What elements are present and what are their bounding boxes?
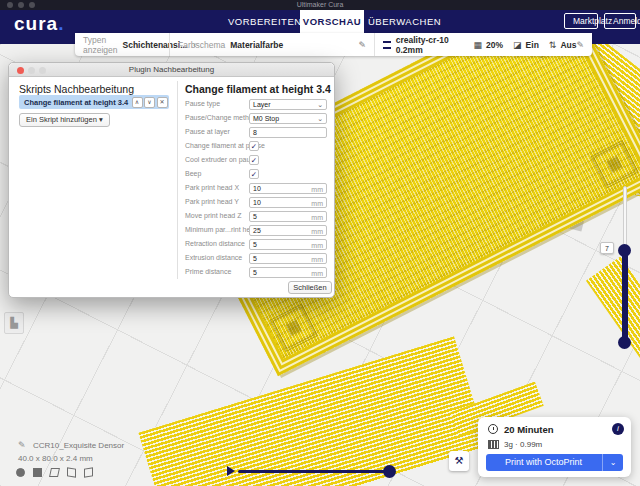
pause-type-select[interactable]: Layer⌄ bbox=[249, 99, 327, 110]
os-titlebar: Ultimaker Cura bbox=[0, 0, 640, 10]
unit-label: mm bbox=[311, 199, 323, 208]
tab-monitor[interactable]: ÜBERWACHEN bbox=[368, 10, 440, 33]
material-usage: 3g · 0.99m bbox=[504, 440, 542, 449]
layer-slider-range[interactable] bbox=[622, 250, 628, 342]
move-script-down-button[interactable]: ∨ bbox=[144, 97, 155, 108]
field-row: Cool extruder on pause ✓ bbox=[185, 155, 331, 166]
rename-model-pencil-icon[interactable]: ✎ bbox=[18, 440, 26, 450]
field-row: Change filament at pause ✓ bbox=[185, 141, 331, 152]
dialog-close-icon[interactable] bbox=[17, 67, 24, 74]
model-name: CCR10_Exquisite Densor bbox=[33, 441, 124, 450]
field-label: Pause type bbox=[185, 100, 220, 107]
simulation-slider-handle[interactable] bbox=[383, 465, 396, 478]
layer-slider-top-handle[interactable] bbox=[618, 244, 631, 257]
info-icon[interactable]: i bbox=[612, 423, 624, 435]
post-processing-dialog: Plugin Nachbearbeitung Skripts Nachbearb… bbox=[8, 62, 335, 298]
field-label: Retraction distance bbox=[185, 240, 245, 247]
pause-method-select[interactable]: M0 Stop⌄ bbox=[249, 113, 327, 124]
dialog-divider bbox=[177, 81, 178, 279]
edit-pencil-icon[interactable]: ✎ bbox=[358, 40, 366, 50]
close-dialog-button[interactable]: Schließen bbox=[288, 281, 332, 294]
move-head-z-input[interactable]: 5mm bbox=[249, 211, 327, 222]
add-script-caret-icon: ▾ bbox=[99, 115, 103, 124]
color-scheme-selector[interactable]: Farbschema Materialfarbe ✎ bbox=[169, 33, 374, 56]
unit-label: mm bbox=[311, 241, 323, 250]
park-head-x-input[interactable]: 10mm bbox=[249, 183, 327, 194]
tab-prepare[interactable]: VORBEREITEN bbox=[228, 10, 296, 33]
retraction-distance-input[interactable]: 5mm bbox=[249, 239, 327, 250]
simulation-play-icon[interactable] bbox=[227, 466, 235, 476]
field-row: Beep ✓ bbox=[185, 169, 331, 180]
print-button-chevron-icon[interactable]: ⌄ bbox=[602, 454, 623, 471]
prime-distance-input[interactable]: 5mm bbox=[249, 267, 327, 278]
field-label: Park print head Y bbox=[185, 198, 239, 205]
chevron-down-icon: ⌄ bbox=[317, 114, 323, 123]
view-right-icon[interactable] bbox=[84, 467, 93, 477]
script-item-label: Change filament at height 3.4 bbox=[19, 98, 132, 107]
layer-value-badge: 7 bbox=[600, 242, 614, 254]
field-label: Move print head Z bbox=[185, 212, 241, 219]
field-label: Extrusion distance bbox=[185, 254, 242, 261]
change-filament-checkbox[interactable]: ✓ bbox=[249, 141, 259, 151]
move-script-up-button[interactable]: ∧ bbox=[132, 97, 143, 108]
marketplace-button[interactable]: Marktplatz bbox=[564, 13, 598, 29]
dialog-titlebar[interactable]: Plugin Nachbearbeitung bbox=[9, 63, 334, 77]
view-3d-icon[interactable] bbox=[16, 468, 25, 477]
simulation-slider-track[interactable] bbox=[238, 470, 388, 473]
add-script-button[interactable]: Ein Skript hinzufügen ▾ bbox=[19, 113, 110, 127]
script-settings-heading: Change filament at height 3.4 bbox=[185, 83, 331, 95]
window-title: Ultimaker Cura bbox=[0, 0, 640, 10]
minimize-window-icon[interactable] bbox=[18, 2, 24, 8]
stage-menu-bar: Typen anzeigen Schichtenansi... ‹ Farbsc… bbox=[75, 33, 592, 56]
dialog-minimize-icon bbox=[28, 67, 35, 74]
minimum-park-head-z-input[interactable]: 25mm bbox=[249, 225, 327, 236]
view-top-icon[interactable] bbox=[49, 468, 60, 477]
cool-extruder-checkbox[interactable]: ✓ bbox=[249, 155, 259, 165]
layer-slider-upper-track[interactable] bbox=[623, 186, 627, 248]
qr-finder-bottom-left bbox=[270, 304, 318, 352]
field-label: Park print head X bbox=[185, 184, 239, 191]
field-row: Minimum par...rint head Z 25mm bbox=[185, 225, 331, 236]
remove-script-button[interactable]: ✕ bbox=[157, 97, 168, 108]
unit-label: mm bbox=[311, 269, 323, 278]
material-spool-icon bbox=[488, 440, 499, 449]
beep-checkbox[interactable]: ✓ bbox=[249, 169, 259, 179]
unit-label: mm bbox=[311, 227, 323, 236]
field-label: Pause at layer bbox=[185, 128, 230, 135]
field-row: Extrusion distance 5mm bbox=[185, 253, 331, 264]
left-toolbar-partial-icon[interactable]: ▙ bbox=[4, 312, 24, 334]
logo-dot: . bbox=[58, 13, 64, 34]
maximize-window-icon[interactable] bbox=[29, 2, 35, 8]
clock-icon bbox=[488, 424, 498, 434]
field-label: Prime distance bbox=[185, 268, 231, 275]
layer-slider-bottom-handle[interactable] bbox=[618, 336, 631, 349]
field-label: Cool extruder on pause bbox=[185, 156, 258, 163]
print-time: 20 Minuten bbox=[504, 424, 554, 435]
tab-preview[interactable]: VORSCHAU bbox=[300, 10, 364, 33]
infill-value: 20% bbox=[486, 40, 503, 50]
extrusion-distance-input[interactable]: 5mm bbox=[249, 253, 327, 264]
print-with-octoprint-button[interactable]: Print with OctoPrint ⌄ bbox=[486, 454, 623, 471]
view-front-icon[interactable] bbox=[33, 468, 42, 477]
signin-button[interactable]: Anmelden bbox=[604, 13, 636, 29]
edit-settings-pencil-icon[interactable]: ✎ bbox=[576, 40, 584, 50]
print-settings-summary[interactable]: creality-cr-10 0.2mm ▦ 20% ◪ Ein ⇅ Aus ✎ bbox=[374, 33, 592, 56]
skirt-band-bottom-right bbox=[586, 257, 640, 378]
view-left-icon[interactable] bbox=[67, 467, 76, 477]
field-label: Pause/Change method bbox=[185, 114, 257, 121]
pause-at-layer-input[interactable]: 8 bbox=[249, 127, 327, 138]
qr-finder-bottom-right bbox=[590, 140, 638, 188]
cura-logo: cura. bbox=[14, 13, 64, 35]
script-list-item[interactable]: Change filament at height 3.4 ∧ ∨ ✕ bbox=[19, 95, 169, 109]
close-window-icon[interactable] bbox=[7, 2, 13, 8]
adhesion-icon: ⇅ bbox=[549, 40, 557, 50]
view-type-selector[interactable]: Typen anzeigen Schichtenansi... ‹ bbox=[75, 33, 169, 56]
field-row: Pause/Change method M0 Stop⌄ bbox=[185, 113, 331, 124]
field-label: Beep bbox=[185, 170, 201, 177]
field-row: Prime distance 5mm bbox=[185, 267, 331, 278]
adjust-tools-button[interactable]: ⚒ bbox=[449, 451, 469, 471]
field-row: Pause type Layer⌄ bbox=[185, 99, 331, 110]
field-row: Move print head Z 5mm bbox=[185, 211, 331, 222]
field-row: Park print head Y 10mm bbox=[185, 197, 331, 208]
park-head-y-input[interactable]: 10mm bbox=[249, 197, 327, 208]
